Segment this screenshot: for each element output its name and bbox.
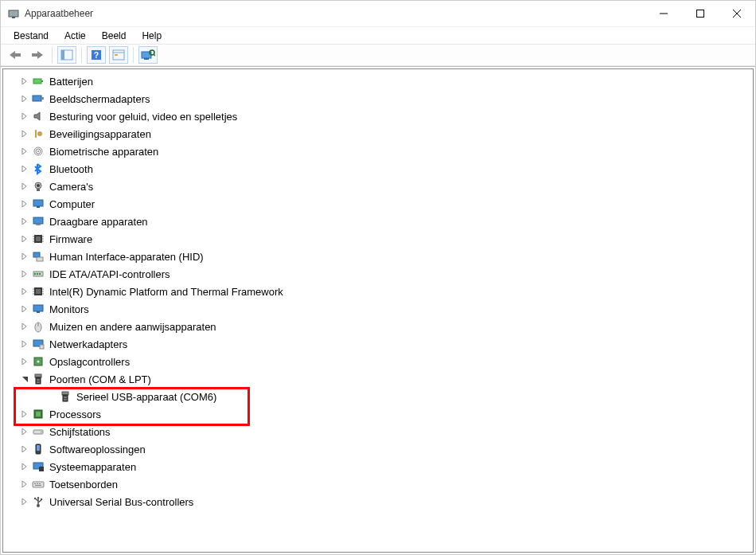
tree-item-netwerk[interactable]: Netwerkadapters (3, 335, 753, 353)
chevron-right-icon[interactable] (19, 165, 30, 173)
svg-point-69 (37, 381, 37, 382)
tree-item-label: Beeldschermadapters (48, 93, 150, 105)
chevron-right-icon[interactable] (19, 217, 30, 225)
chevron-right-icon[interactable] (19, 410, 30, 418)
properties-button[interactable] (109, 46, 128, 64)
menu-action[interactable]: Actie (58, 29, 92, 43)
tree-item-biometrisch[interactable]: Biometrische apparaten (3, 143, 753, 160)
tree-item-usb[interactable]: Universal Serial Bus-controllers (3, 493, 753, 510)
tree-item-cameras[interactable]: Camera's (3, 178, 753, 195)
tree-item-batterijen[interactable]: Batterijen (3, 72, 753, 90)
tree-item-processors[interactable]: Processors (3, 405, 753, 423)
tree-item-beeldscherm[interactable]: Beeldschermadapters (3, 90, 753, 107)
chevron-right-icon[interactable] (19, 445, 30, 453)
tree-item-intel[interactable]: Intel(R) Dynamic Platform and Thermal Fr… (3, 283, 753, 300)
chevron-right-icon[interactable] (19, 77, 30, 85)
scan-hardware-button[interactable] (138, 46, 158, 64)
svg-rect-46 (34, 273, 36, 275)
chevron-right-icon[interactable] (19, 463, 30, 471)
chevron-right-icon[interactable] (19, 428, 30, 436)
system-icon (32, 460, 45, 473)
help-button[interactable]: ? (87, 46, 106, 64)
svg-point-67 (37, 379, 37, 380)
tree-item-toetsen[interactable]: Toetsenborden (3, 475, 753, 493)
tree-item-poorten[interactable]: Poorten (COM & LPT) (3, 370, 753, 388)
svg-rect-34 (36, 224, 41, 225)
menu-view[interactable]: Beeld (95, 29, 133, 43)
chevron-down-icon[interactable] (19, 376, 30, 383)
tree-item-label: Toetsenborden (48, 479, 118, 491)
tree-item-hid[interactable]: Human Interface-apparaten (HID) (3, 248, 753, 265)
svg-rect-50 (36, 289, 41, 294)
device-manager-window: Apparaatbeheer Bestand Actie Beeld Help … (0, 0, 756, 555)
tree-item-monitors[interactable]: Monitors (3, 300, 753, 318)
chevron-right-icon[interactable] (19, 200, 30, 208)
separator (52, 47, 53, 63)
device-tree[interactable]: BatterijenBeeldschermadaptersBesturing v… (2, 68, 754, 553)
chevron-right-icon[interactable] (19, 182, 30, 190)
tree-item-label: IDE ATA/ATAPI-controllers (48, 268, 170, 280)
svg-rect-33 (33, 217, 43, 224)
tree-item-com6[interactable]: Serieel USB-apparaat (COM6) (3, 388, 753, 405)
menu-help[interactable]: Help (135, 29, 168, 43)
tree-item-label: Universal Serial Bus-controllers (48, 496, 193, 508)
chevron-right-icon[interactable] (19, 358, 30, 365)
tree-item-bluetooth[interactable]: Bluetooth (3, 160, 753, 178)
chevron-right-icon[interactable] (19, 130, 30, 138)
monitor-icon (32, 197, 45, 210)
tree-item-label: Serieel USB-apparaat (COM6) (75, 391, 216, 403)
svg-rect-65 (35, 374, 41, 377)
svg-point-68 (38, 379, 39, 380)
chevron-right-icon[interactable] (19, 147, 30, 155)
tree-item-draagbaar[interactable]: Draagbare apparaten (3, 213, 753, 230)
minimize-button[interactable] (645, 1, 682, 26)
back-button[interactable] (6, 46, 25, 64)
svg-rect-23 (35, 130, 37, 138)
menu-file[interactable]: Bestand (7, 29, 55, 43)
svg-rect-0 (9, 10, 18, 17)
tree-item-opslag[interactable]: Opslagcontrollers (3, 353, 753, 370)
chevron-right-icon[interactable] (19, 322, 30, 330)
svg-rect-19 (33, 79, 41, 84)
svg-rect-7 (32, 53, 37, 57)
tree-item-schijf[interactable]: Schijfstations (3, 423, 753, 440)
chevron-right-icon[interactable] (19, 305, 30, 313)
tree-item-ide[interactable]: IDE ATA/ATAPI-controllers (3, 265, 753, 283)
hid-icon (32, 250, 45, 263)
close-button[interactable] (719, 1, 755, 26)
tree-item-firmware[interactable]: Firmware (3, 230, 753, 248)
chevron-right-icon[interactable] (19, 252, 30, 260)
tree-item-label: Firmware (48, 233, 92, 245)
tree-item-label: Processors (48, 408, 101, 420)
chevron-right-icon[interactable] (19, 112, 30, 120)
tree-item-systeem[interactable]: Systeemapparaten (3, 458, 753, 475)
chevron-right-icon[interactable] (19, 340, 30, 348)
chevron-right-icon[interactable] (19, 287, 30, 295)
forward-button[interactable] (28, 46, 47, 64)
show-hide-tree-button[interactable] (57, 46, 76, 64)
toolbar: ? (1, 44, 755, 66)
chevron-right-icon[interactable] (19, 235, 30, 243)
svg-point-76 (65, 399, 66, 400)
svg-rect-30 (37, 189, 40, 191)
tree-item-muizen[interactable]: Muizen en andere aanwijsapparaten (3, 318, 753, 335)
svg-rect-48 (39, 273, 41, 275)
svg-text:?: ? (94, 51, 99, 60)
maximize-button[interactable] (682, 1, 719, 26)
chevron-right-icon[interactable] (19, 95, 30, 103)
tree-item-beveiliging[interactable]: Beveiligingsapparaten (3, 125, 753, 143)
tree-item-computer[interactable]: Computer (3, 195, 753, 213)
svg-rect-22 (41, 97, 44, 100)
svg-point-73 (64, 397, 64, 397)
tree-item-besturing[interactable]: Besturing voor geluid, video en spelletj… (3, 107, 753, 125)
tree-item-software[interactable]: Softwareoplossingen (3, 440, 753, 458)
svg-rect-32 (37, 206, 40, 208)
svg-rect-1 (12, 17, 15, 18)
chevron-right-icon[interactable] (19, 270, 30, 278)
tree-item-label: Besturing voor geluid, video en spelletj… (48, 111, 237, 123)
chevron-right-icon[interactable] (19, 480, 30, 488)
display-adapter-icon (32, 92, 45, 105)
svg-rect-78 (36, 412, 41, 416)
svg-point-70 (38, 381, 39, 382)
chevron-right-icon[interactable] (19, 498, 30, 506)
